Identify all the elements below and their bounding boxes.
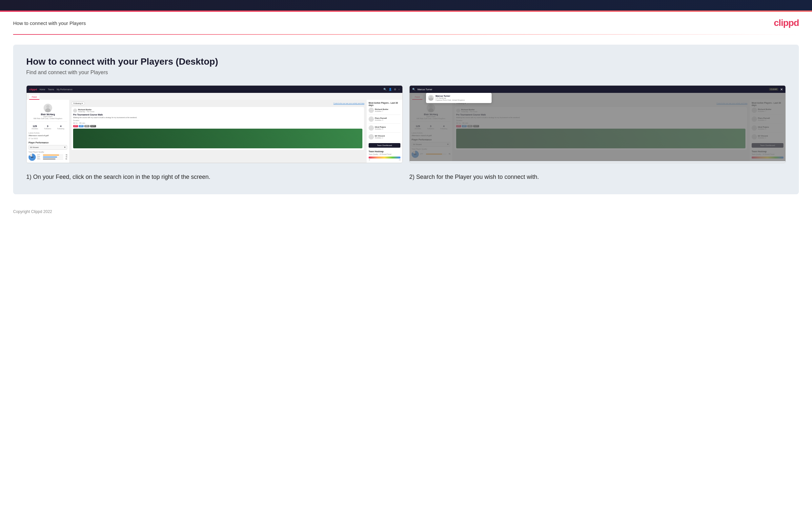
mini-profile-name-1: Blair McHarg (29, 113, 67, 116)
player-avatar-3 (369, 134, 374, 139)
heatmap-title-1: Team Heatmap (369, 150, 400, 153)
search-dropdown-2: Marcus Turner 1.5 Handicap Cypress Point… (426, 93, 491, 103)
mini-body-1: Blair McHarg Golf Coach Mill Ride Golf C… (27, 100, 402, 163)
nav-teams-1[interactable]: Teams (48, 88, 54, 91)
steps-row: 1) On your Feed, click on the search ico… (26, 163, 786, 184)
tag-arg: ARG (84, 125, 90, 127)
heatmap-labels-1: -5 +5 (369, 159, 400, 161)
avatar-icon-1[interactable]: ○ (398, 88, 400, 91)
following-stat: 4 Following (57, 125, 64, 130)
mini-bars-1: OTT 79 APP (37, 154, 67, 160)
dropdown-icon: ▾ (64, 146, 65, 149)
search-icon-2: 🔍 (412, 88, 416, 91)
tag-ott: OTT (73, 125, 78, 127)
bar-app: APP 70 (37, 156, 67, 158)
bar-arg: ARG 61 (37, 158, 67, 160)
following-btn-1[interactable]: Following ▾ (71, 102, 85, 105)
mini-stats-1: 129 Activities 3 Followers 4 Following (29, 123, 67, 131)
page-title: How to connect with your Players (13, 20, 86, 26)
screenshot-2: clippd Home Teams My Performance Feed (409, 85, 786, 163)
player-item-0: Richard Butler Activities: 7 (369, 108, 400, 115)
feed-tab-1[interactable]: Feed (29, 95, 39, 100)
team-dashboard-btn-1[interactable]: Team Dashboard (369, 143, 400, 148)
nav-home-1[interactable]: Home (40, 88, 45, 91)
mini-profile-club-1: Mill Ride Golf Club, United Kingdom (29, 118, 67, 120)
search-result-item-2[interactable]: Marcus Turner 1.5 Handicap Cypress Point… (428, 95, 490, 101)
user-icon-1[interactable]: 👤 (389, 88, 392, 91)
mini-post-1: Richard Butler Yesterday · The Grove Pre… (71, 107, 364, 150)
mini-ui-1: clippd Home Teams My Performance 🔍 👤 ⚙ ○ (27, 86, 402, 163)
search-result-name-2: Marcus Turner (435, 95, 465, 97)
step-1-text: 1) On your Feed, click on the search ico… (26, 173, 403, 181)
post-tags-1: OTT APP ARG PUTT (73, 125, 363, 127)
player-avatar-0 (369, 108, 374, 113)
player-avatar-2 (369, 125, 374, 131)
mini-left-panel-1: Blair McHarg Golf Coach Mill Ride Golf C… (27, 100, 69, 163)
mini-profile-1: Blair McHarg Golf Coach Mill Ride Golf C… (29, 102, 67, 122)
mini-right-panel-1: Most Active Players - Last 30 days Richa… (366, 100, 402, 163)
player-avatar-1 (369, 117, 374, 122)
copyright-text: Copyright Clippd 2022 (13, 209, 52, 214)
step-2: 2) Search for the Player you wish to con… (409, 173, 786, 181)
main-content: How to connect with your Players (Deskto… (0, 35, 812, 204)
hero-section: How to connect with your Players (Deskto… (13, 45, 799, 194)
score-circle-1: 84 (29, 154, 36, 161)
header: How to connect with your Players clippd (0, 12, 812, 34)
mini-nav-items-1: Home Teams My Performance (40, 88, 73, 91)
player-select-1[interactable]: Eli Vincent ▾ (29, 145, 67, 150)
hero-title: How to connect with your Players (Deskto… (26, 56, 786, 67)
screenshot-1: clippd Home Teams My Performance 🔍 👤 ⚙ ○ (26, 85, 403, 163)
tag-app: APP (79, 125, 84, 127)
player-item-3: Eli Vincent Activities: 1 (369, 134, 400, 141)
mini-nav-1: clippd Home Teams My Performance 🔍 👤 ⚙ ○ (27, 86, 402, 93)
search-input-2[interactable]: Marcus Turner (418, 88, 767, 91)
post-header-1: Richard Butler Yesterday · The Grove (73, 109, 363, 113)
search-icon-1[interactable]: 🔍 (383, 88, 387, 91)
close-button-2[interactable]: ✕ (780, 88, 783, 91)
post-avatar-1 (73, 109, 77, 113)
mini-avatar-1 (44, 104, 52, 112)
clear-button-2[interactable]: CLEAR (769, 88, 778, 91)
player-item-2: Hiral Pujara Activities: 3 (369, 125, 400, 133)
hero-subtitle: Find and connect with your Players (26, 70, 786, 76)
followers-stat: 3 Followers (44, 125, 51, 130)
step-1: 1) On your Feed, click on the search ico… (26, 173, 403, 181)
settings-icon-1[interactable]: ⚙ (394, 88, 396, 91)
bar-ott: OTT 79 (37, 154, 67, 156)
heatmap-bar-1 (369, 157, 400, 159)
nav-myperformance-1[interactable]: My Performance (57, 88, 73, 91)
following-row-1: Following ▾ Control who can see your act… (71, 102, 364, 105)
top-bar (0, 0, 812, 10)
mini-logo-1: clippd (29, 88, 37, 91)
mini-nav-icons-1: 🔍 👤 ⚙ ○ (383, 88, 400, 91)
search-result-avatar-2 (428, 95, 434, 101)
mini-ui-2: clippd Home Teams My Performance Feed (410, 86, 785, 161)
heatmap-sub-1: Team Quality · 20 Round Trend (369, 153, 400, 155)
activities-stat: 129 Activities (32, 125, 38, 130)
search-result-club-2: Cypress Point Club, United Kingdom (435, 99, 465, 101)
mini-center-1: Following ▾ Control who can see your act… (69, 100, 366, 163)
mini-player-performance-1: Player Performance Eli Vincent ▾ Total P… (29, 141, 67, 161)
step-2-text: 2) Search for the Player you wish to con… (409, 173, 786, 181)
screenshots-row: clippd Home Teams My Performance 🔍 👤 ⚙ ○ (26, 85, 786, 163)
footer: Copyright Clippd 2022 (0, 204, 812, 219)
control-link-1[interactable]: Control who can see your activity and da… (334, 102, 364, 104)
search-bar-2: 🔍 Marcus Turner CLEAR ✕ (410, 86, 785, 93)
logo: clippd (774, 18, 799, 28)
post-image-1 (73, 129, 363, 148)
tag-putt: PUTT (90, 125, 96, 127)
player-item-1: Piers Parnell Activities: 4 (369, 117, 400, 124)
